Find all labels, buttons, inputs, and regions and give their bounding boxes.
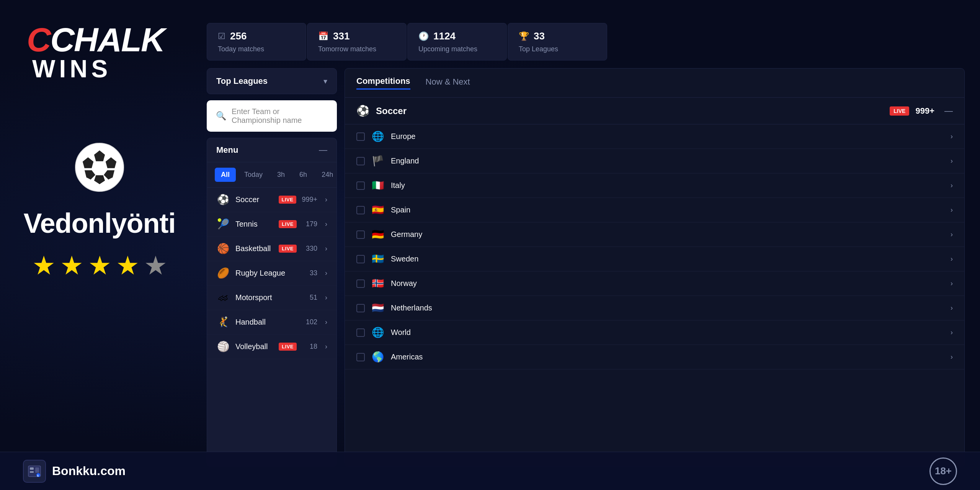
spain-flag-icon: 🇪🇸 [371,204,385,216]
sport-item-rugby[interactable]: 🏉 Rugby League 33 › [207,261,336,286]
stat-today[interactable]: ☑ 256 Today matches [207,23,306,60]
bonkku-logo[interactable]: $ Bonkku.com [23,460,126,483]
tennis-count: 179 [302,220,317,228]
svg-rect-8 [30,467,34,470]
region-item-sweden[interactable]: 🇸🇪 Sweden › [345,247,964,271]
england-flag-icon: 🏴 [371,155,385,167]
motorsport-chevron-icon: › [325,294,327,302]
sport-item-soccer[interactable]: ⚽ Soccer LIVE 999+ › [207,188,336,212]
svg-rect-9 [30,471,34,473]
bonkku-icon: $ [23,460,46,483]
netherlands-name: Netherlands [391,304,944,312]
filter-tab-6h[interactable]: 6h [293,168,313,182]
americas-name: Americas [391,353,944,361]
tennis-name: Tennis [235,220,273,229]
star-4: ★ [116,250,139,281]
region-item-norway[interactable]: 🇳🇴 Norway › [345,271,964,296]
region-item-italy[interactable]: 🇮🇹 Italy › [345,173,964,198]
sweden-flag-icon: 🇸🇪 [371,253,385,265]
italy-name: Italy [391,181,944,190]
spain-chevron-icon[interactable]: › [951,206,953,214]
europe-chevron-icon[interactable]: › [951,132,953,140]
region-item-world[interactable]: 🌐 World › [345,320,964,345]
filter-tab-all[interactable]: All [215,168,236,182]
volleyball-chevron-icon: › [325,343,327,351]
today-icon: ☑ [218,31,225,41]
filter-tab-3h[interactable]: 3h [271,168,291,182]
europe-checkbox[interactable] [356,132,365,141]
netherlands-checkbox[interactable] [356,304,365,312]
filter-tab-today[interactable]: Today [238,168,269,182]
top-leagues-dropdown-label: Top Leagues [216,76,268,86]
sport-section-count: 999+ [915,106,934,116]
americas-chevron-icon[interactable]: › [951,353,953,361]
region-item-americas[interactable]: 🌎 Americas › [345,345,964,369]
italy-chevron-icon[interactable]: › [951,181,953,189]
americas-flag-icon: 🌎 [371,351,385,363]
region-item-netherlands[interactable]: 🇳🇱 Netherlands › [345,296,964,320]
main-content: ☑ 256 Today matches 📅 331 Tomorrow match… [203,0,980,490]
tomorrow-icon: 📅 [318,31,328,41]
sport-item-volleyball[interactable]: 🏐 Volleyball LIVE 18 › [207,335,336,359]
norway-chevron-icon[interactable]: › [951,279,953,287]
tab-now-next[interactable]: Now & Next [426,77,470,89]
sport-item-basketball[interactable]: 🏀 Basketball LIVE 330 › [207,237,336,261]
menu-panel: Menu — All Today 3h 6h 24h Tomor… › [207,138,337,467]
top-leagues-dropdown[interactable]: Top Leagues ▾ [207,68,337,94]
sweden-checkbox[interactable] [356,255,365,263]
world-chevron-icon[interactable]: › [951,328,953,336]
region-item-spain[interactable]: 🇪🇸 Spain › [345,198,964,222]
sport-section-collapse-icon[interactable]: — [944,106,953,116]
sport-item-tennis[interactable]: 🎾 Tennis LIVE 179 › [207,212,336,237]
menu-close-button[interactable]: — [319,145,327,155]
volleyball-name: Volleyball [235,342,273,351]
rugby-icon: 🏉 [216,267,230,279]
netherlands-chevron-icon[interactable]: › [951,304,953,312]
region-item-europe[interactable]: 🌐 Europe › [345,124,964,149]
sport-item-handball[interactable]: 🤾 Handball 102 › [207,310,336,335]
region-item-germany[interactable]: 🇩🇪 Germany › [345,222,964,247]
germany-chevron-icon[interactable]: › [951,230,953,238]
stat-top-leagues[interactable]: 🏆 33 Top Leagues [508,23,607,60]
italy-flag-icon: 🇮🇹 [371,180,385,191]
stat-tomorrow[interactable]: 📅 331 Tomorrow matches [307,23,407,60]
basketball-chevron-icon: › [325,245,327,253]
filter-tab-24h[interactable]: 24h [315,168,337,182]
sweden-chevron-icon[interactable]: › [951,255,953,263]
svg-rect-10 [35,467,39,473]
filter-tabs: All Today 3h 6h 24h Tomor… › [207,162,336,188]
region-item-england[interactable]: 🏴 England › [345,149,964,173]
tennis-chevron-icon: › [325,220,327,228]
handball-name: Handball [235,318,297,327]
stat-upcoming[interactable]: 🕐 1124 Upcoming matches [407,23,507,60]
star-1: ★ [32,250,56,281]
search-placeholder: Enter Team or Championship name [232,107,328,125]
tennis-live-badge: LIVE [279,220,297,228]
competitions-tabs: Competitions Now & Next [345,69,964,98]
norway-checkbox[interactable] [356,279,365,288]
sport-item-motorsport[interactable]: 🏎 Motorsport 51 › [207,286,336,310]
bottom-bar: $ Bonkku.com 18+ [0,452,980,490]
world-checkbox[interactable] [356,328,365,337]
americas-checkbox[interactable] [356,353,365,361]
sport-section-name: Soccer [376,106,884,116]
soccer-icon: ⚽ [216,194,230,206]
italy-checkbox[interactable] [356,181,365,190]
volleyball-count: 18 [302,343,317,351]
chalk-wins-logo: CCHALK WINS [27,23,165,81]
handball-count: 102 [302,318,317,326]
soccer-count: 999+ [302,196,317,204]
today-label: Today matches [218,45,264,53]
volleyball-live-badge: LIVE [279,343,297,351]
sweden-name: Sweden [391,255,944,263]
england-chevron-icon[interactable]: › [951,157,953,165]
spain-checkbox[interactable] [356,206,365,214]
germany-checkbox[interactable] [356,230,365,239]
star-3: ★ [88,250,111,281]
germany-name: Germany [391,230,944,239]
england-checkbox[interactable] [356,157,365,165]
sport-list: ⚽ Soccer LIVE 999+ › 🎾 Tennis LIVE 179 › [207,188,336,359]
volleyball-icon: 🏐 [216,341,230,353]
tab-competitions[interactable]: Competitions [356,76,410,90]
search-box[interactable]: 🔍 Enter Team or Championship name [207,100,337,132]
